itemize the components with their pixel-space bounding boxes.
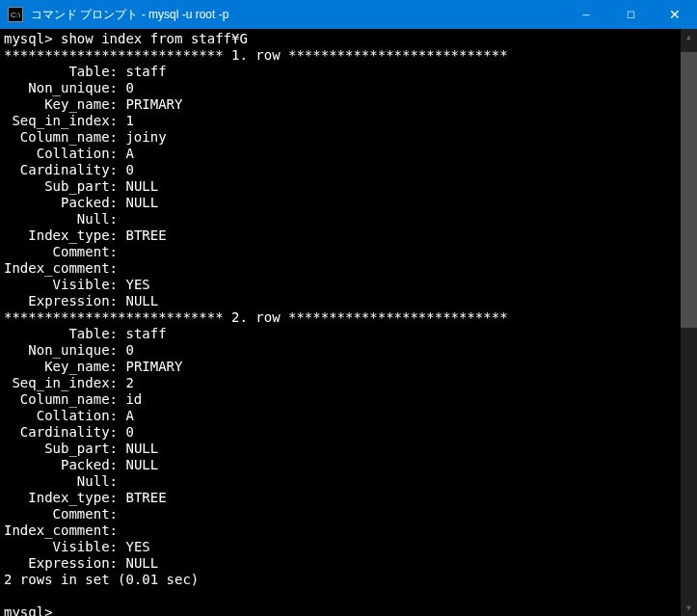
- prompt: mysql>: [4, 604, 61, 616]
- terminal[interactable]: mysql> show index from staff¥G *********…: [0, 29, 697, 616]
- field-label-null: Null: [77, 473, 110, 489]
- field-label-subpart: Sub_part: [44, 441, 109, 456]
- field-value-indextype: BTREE: [125, 228, 166, 243]
- field-value-nonunique: 0: [125, 342, 133, 358]
- scroll-up-icon[interactable]: ▲: [681, 29, 697, 45]
- field-label-nonunique: Non_unique: [28, 80, 109, 95]
- field-value-table: staff: [125, 326, 166, 341]
- field-label-nonunique: Non_unique: [28, 342, 109, 358]
- field-label-indexcomment: Index_comment: [4, 522, 110, 538]
- field-label-collation: Collation: [37, 408, 110, 423]
- field-label-indexcomment: Index_comment: [4, 260, 110, 276]
- scrollbar[interactable]: ▲ ▼: [681, 29, 697, 616]
- field-value-indextype: BTREE: [125, 490, 166, 505]
- field-label-packed: Packed: [61, 195, 110, 210]
- field-value-packed: NULL: [125, 195, 158, 210]
- scroll-down-icon[interactable]: ▼: [681, 600, 697, 616]
- field-label-indextype: Index_type: [28, 490, 109, 505]
- field-label-indextype: Index_type: [28, 228, 109, 243]
- field-value-keyname: PRIMARY: [125, 359, 182, 374]
- field-label-keyname: Key_name: [44, 359, 109, 374]
- field-value-subpart: NULL: [125, 178, 158, 194]
- field-value-visible: YES: [125, 539, 149, 554]
- field-value-visible: YES: [125, 277, 149, 292]
- window: C:\ コマンド プロンプト - mysql -u root -p ─ ☐ ✕ …: [0, 0, 697, 616]
- field-label-table: Table: [68, 64, 109, 79]
- field-value-keyname: PRIMARY: [125, 96, 182, 112]
- field-label-expression: Expression: [28, 293, 109, 308]
- maximize-button[interactable]: ☐: [608, 0, 653, 29]
- command-text: show index from staff¥G: [61, 31, 248, 46]
- field-label: [4, 64, 68, 79]
- window-controls: ─ ☐ ✕: [564, 0, 697, 29]
- prompt: mysql>: [4, 31, 61, 46]
- field-label-comment: Comment: [53, 506, 110, 522]
- field-label-subpart: Sub_part: [44, 178, 109, 194]
- summary-text: 2 rows in set (0.01 sec): [4, 572, 199, 587]
- field-value-table: staff: [125, 64, 166, 79]
- field-label-cardinality: Cardinality: [20, 424, 110, 440]
- row-divider: *************************** 2. row *****…: [4, 309, 508, 325]
- field-label-table: Table: [68, 326, 109, 341]
- field-label-null: Null: [77, 211, 110, 227]
- close-button[interactable]: ✕: [653, 0, 697, 29]
- field-label-comment: Comment: [53, 244, 110, 259]
- field-value-nonunique: 0: [125, 80, 133, 95]
- field-label-packed: Packed: [61, 457, 110, 472]
- field-label-expression: Expression: [28, 555, 109, 571]
- minimize-button[interactable]: ─: [564, 0, 608, 29]
- field-label-seq: Seq_in_index: [12, 113, 109, 128]
- scroll-thumb[interactable]: [681, 52, 697, 328]
- field-value-collation: A: [125, 146, 133, 161]
- field-value-seq: 1: [125, 113, 133, 128]
- row-divider: *************************** 1. row *****…: [4, 47, 508, 63]
- field-value-expression: NULL: [125, 293, 158, 308]
- field-value-column: joiny: [125, 129, 166, 145]
- field-value-cardinality: 0: [125, 424, 133, 440]
- field-label-column: Column_name: [20, 391, 110, 407]
- field-value-packed: NULL: [125, 457, 158, 472]
- field-label-cardinality: Cardinality: [20, 162, 110, 177]
- field-value-expression: NULL: [125, 555, 158, 571]
- field-label-column: Column_name: [20, 129, 110, 145]
- field-value-cardinality: 0: [125, 162, 133, 177]
- cmd-icon: C:\: [8, 7, 23, 22]
- field-label-seq: Seq_in_index: [12, 375, 109, 390]
- field-value-seq: 2: [125, 375, 133, 390]
- field-label-keyname: Key_name: [44, 96, 109, 112]
- field-label-visible: Visible: [53, 539, 110, 554]
- field-value-collation: A: [125, 408, 133, 423]
- field-label-visible: Visible: [53, 277, 110, 292]
- titlebar[interactable]: C:\ コマンド プロンプト - mysql -u root -p ─ ☐ ✕: [0, 0, 697, 29]
- window-title: コマンド プロンプト - mysql -u root -p: [31, 7, 564, 23]
- field-label-collation: Collation: [37, 146, 110, 161]
- field-value-subpart: NULL: [125, 441, 158, 456]
- field-value-column: id: [125, 391, 142, 407]
